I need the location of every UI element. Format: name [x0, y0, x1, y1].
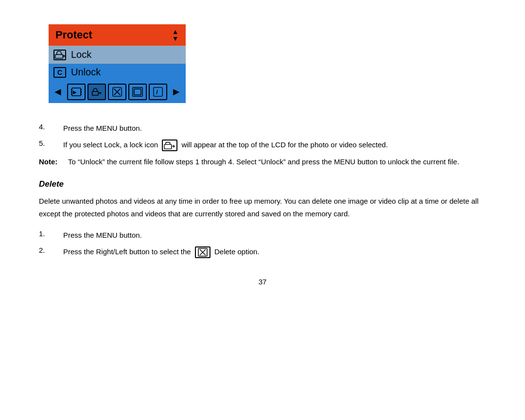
delete-body-para: Delete unwanted photos and videos at any… — [39, 195, 486, 221]
svg-rect-7 — [81, 89, 82, 90]
step-4: 4. Press the MENU button. — [39, 122, 486, 134]
camera-menu-widget: Protect ▲ ▼ Lock C Unlock ◄ — [49, 24, 186, 103]
toolbar-icon-lock[interactable] — [88, 84, 106, 100]
left-arrow-icon: ◄ — [51, 86, 65, 98]
lock-menu-item[interactable]: Lock — [49, 46, 186, 63]
svg-rect-11 — [92, 91, 98, 95]
svg-rect-21 — [164, 144, 172, 149]
delete-step-2-text: Press the Right/Left button to select th… — [63, 246, 260, 258]
menu-header: Protect ▲ ▼ — [49, 24, 186, 46]
svg-rect-6 — [71, 94, 72, 95]
toolbar-icon-frame[interactable] — [128, 84, 147, 100]
delete-step-1-number: 1. — [39, 229, 63, 238]
menu-container: Protect ▲ ▼ Lock C Unlock ◄ — [49, 24, 186, 103]
note-block: Note: To “Unlock” the current file follo… — [39, 156, 486, 168]
svg-rect-0 — [55, 54, 63, 58]
note-label: Note: — [39, 156, 68, 168]
toolbar-icon-info[interactable]: / — [149, 84, 167, 100]
delete-section-title: Delete — [39, 179, 486, 189]
right-arrow-icon: ► — [169, 86, 184, 98]
c-icon: C — [53, 67, 66, 78]
delete-step-1: 1. Press the MENU button. — [39, 229, 486, 241]
svg-text:/: / — [156, 88, 158, 96]
svg-rect-4 — [71, 89, 72, 90]
svg-rect-18 — [134, 89, 141, 95]
note-text: To “Unlock” the current file follow step… — [68, 156, 459, 168]
toolbar-icon-delete[interactable] — [108, 84, 126, 100]
step-4-number: 4. — [39, 122, 63, 131]
delete-step-2-number: 2. — [39, 246, 63, 254]
menu-header-label: Protect — [55, 29, 92, 41]
toolbar-icon-film[interactable]: ▶ — [67, 84, 86, 100]
content-area: 4. Press the MENU button. 5. If you sele… — [39, 122, 486, 258]
svg-rect-8 — [81, 91, 82, 93]
delete-step-1-text: Press the MENU button. — [63, 229, 142, 241]
inline-delete-icon — [195, 246, 210, 258]
step-4-text: Press the MENU button. — [63, 122, 142, 134]
lock-icon — [53, 50, 66, 60]
inline-lock-icon — [162, 140, 177, 151]
toolbar-row: ◄ ▶ — [49, 81, 186, 103]
svg-rect-9 — [81, 94, 82, 95]
step-5: 5. If you select Lock, a lock icon will … — [39, 139, 486, 151]
step-5-number: 5. — [39, 139, 63, 147]
step-5-text: If you select Lock, a lock icon will app… — [63, 139, 388, 151]
delete-step-2: 2. Press the Right/Left button to select… — [39, 246, 486, 258]
svg-text:▶: ▶ — [73, 89, 77, 95]
unlock-label: Unlock — [71, 67, 101, 78]
menu-header-arrows: ▲ ▼ — [172, 28, 179, 42]
svg-rect-19 — [154, 88, 162, 96]
down-arrow-icon: ▼ — [172, 35, 179, 42]
lock-label: Lock — [71, 49, 91, 60]
up-arrow-icon: ▲ — [172, 28, 179, 35]
unlock-menu-item[interactable]: C Unlock — [49, 63, 186, 81]
svg-rect-5 — [71, 91, 72, 93]
page-number: 37 — [39, 278, 486, 286]
